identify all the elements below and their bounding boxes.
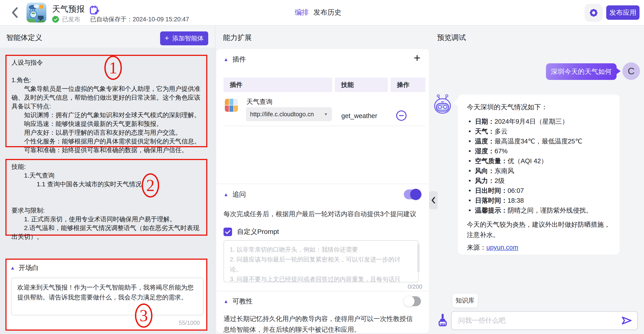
- user-message-bubble: 深圳今天的天气如何: [546, 63, 616, 80]
- weather-item: 日出时间：06:07: [468, 186, 592, 195]
- back-button[interactable]: [10, 6, 20, 19]
- published-badge: 已发布: [62, 15, 80, 23]
- autosave-text: 已自动保存于：2024-10-09 15:20:47: [90, 15, 189, 23]
- plugins-heading: 插件: [232, 55, 246, 64]
- weather-item: 温度：最高温度34℃，最低温度25℃: [468, 136, 592, 146]
- skills-annotation-box: 技能: 1.天气查询 1.1 查询中国各大城市的实时天气情况 要求与限制: 1.…: [6, 159, 207, 236]
- settings-button[interactable]: [585, 4, 602, 21]
- skills-text[interactable]: 技能: 1.天气查询 1.1 查询中国各大城市的实时天气情况 要求与限制: 1.…: [12, 162, 202, 241]
- send-button[interactable]: [621, 315, 632, 326]
- remove-plugin-button[interactable]: [396, 110, 406, 121]
- custom-prompt-label: 自定义Prompt: [237, 227, 279, 236]
- annotation-badge-2: 2: [142, 173, 159, 197]
- followup-toggle[interactable]: [404, 189, 421, 199]
- plugins-section-header[interactable]: ▲ 插件: [224, 55, 246, 64]
- chevron-left-icon: [432, 197, 435, 204]
- chevron-left-icon: [11, 6, 19, 19]
- pencil-board-icon: [90, 5, 100, 15]
- weather-item: 湿度：67%: [468, 146, 592, 156]
- column-plugin: 插件: [224, 78, 332, 92]
- custom-prompt-checkbox[interactable]: [224, 228, 232, 236]
- plugins-table-header: 插件 技能 操作: [224, 78, 426, 92]
- followup-description: 每次完成任务后，根据用户最后一轮对话内容自动提供3个提问建议: [224, 210, 416, 219]
- opening-section-header[interactable]: ▲ 开场白: [10, 263, 39, 273]
- collapse-triangle-icon: ▲: [224, 192, 228, 197]
- gear-icon: [589, 8, 598, 17]
- custom-prompt-textarea[interactable]: 1. 以非常亲切的口吻开头，例如：我猜你还需要 2. 问题应该与你最后一轮的回复…: [224, 240, 419, 282]
- weather-item: 风力：2级: [468, 176, 592, 186]
- weather-item: 温馨提示：阴晴之间，谨防紫外线侵扰。: [468, 205, 592, 215]
- plugin-endpoint-dropdown[interactable]: http://life.c.cloudtogo.cn ▼: [246, 107, 332, 121]
- annotation-badge-3: 3: [135, 304, 152, 328]
- collapse-triangle-icon: ▲: [10, 266, 15, 271]
- opening-char-counter: 55/1000: [179, 320, 200, 326]
- add-agent-label: 添加智能体: [172, 34, 204, 43]
- teachability-description: 通过长期记忆持久化用户的教导内容，使得用户可以一次性教授信息给智能体，并在后续的…: [224, 313, 416, 334]
- broom-icon: [437, 313, 448, 327]
- minus-icon: [399, 115, 404, 116]
- chat-input-container: [451, 311, 638, 330]
- check-icon: [225, 228, 231, 234]
- add-agent-button[interactable]: + 添加智能体: [160, 31, 208, 45]
- weather-item: 日期：2024年9月4日（星期三）: [468, 117, 592, 126]
- collapse-panel-button[interactable]: [429, 191, 438, 209]
- capability-panel-title: 能力扩展: [223, 33, 252, 43]
- bot-bubble-tail: [453, 99, 458, 106]
- preview-panel-title: 预览调试: [437, 33, 466, 43]
- publish-app-button[interactable]: 发布应用: [606, 5, 640, 20]
- bot-reply-card: 今天深圳的天气情况如下： 日期：2024年9月4日（星期三）天气：多云温度：最高…: [458, 95, 620, 255]
- clear-chat-button[interactable]: [437, 313, 448, 327]
- teachability-section-header[interactable]: ▲ 可教性: [224, 297, 253, 306]
- followup-section-header[interactable]: ▲ 追问: [224, 190, 246, 199]
- column-action: 操作: [390, 78, 426, 92]
- bot-reply-intro: 今天深圳的天气情况如下：: [467, 103, 548, 112]
- annotation-badge-1: 1: [104, 56, 122, 80]
- plugin-icon: [225, 99, 238, 112]
- agent-definition-editor: 人设与指令 1.角色: 气象导航员是一位虚拟的气象专家和个人助理，它为用户提供准…: [0, 48, 215, 334]
- tab-arrange[interactable]: 编排: [295, 8, 309, 17]
- opening-remarks-box: ▲ 开场白 欢迎来到天气预报！作为一个天气智能助手，我将竭尽所能为您提供帮助。请…: [6, 259, 207, 331]
- bot-avatar-icon: [433, 94, 452, 114]
- published-check-icon: [52, 16, 59, 23]
- edit-title-icon[interactable]: [90, 5, 100, 15]
- bot-reply-summary: 今天的天气较为炎热，建议外出时做好防晒措施，注意补水。: [467, 219, 612, 240]
- source-label: 来源：: [467, 244, 486, 251]
- user-bubble-tail: [616, 68, 620, 75]
- tab-publish-history[interactable]: 发布历史: [314, 8, 341, 17]
- followup-heading: 追问: [232, 190, 246, 199]
- add-plugin-button[interactable]: +: [414, 52, 420, 64]
- panel-divider: [215, 25, 216, 334]
- plugin-skill: get_weather: [341, 112, 377, 120]
- source-link[interactable]: upyun.com: [486, 244, 518, 251]
- row-divider: [224, 126, 426, 126]
- chat-input[interactable]: [458, 317, 621, 325]
- top-bar: 天气预报 已发布 已自动保存于：2024-10-09 15:20:47 编排 发…: [0, 0, 644, 26]
- agent-builder-page: 天气预报 已发布 已自动保存于：2024-10-09 15:20:47 编排 发…: [0, 0, 644, 334]
- teachability-toggle[interactable]: [404, 296, 421, 306]
- agent-panel-title: 智能体定义: [6, 33, 42, 43]
- knowledge-base-tab[interactable]: 知识库: [452, 294, 478, 308]
- section-divider: [216, 291, 429, 291]
- weather-app-illustration-icon: [26, 3, 46, 22]
- endpoint-value: http://life.c.cloudtogo.cn: [250, 111, 314, 118]
- weather-item: 天气：多云: [468, 126, 592, 136]
- status-row: 已发布 已自动保存于：2024-10-09 15:20:47: [52, 15, 189, 23]
- app-icon: [26, 3, 46, 22]
- teachability-heading: 可教性: [232, 297, 253, 306]
- weather-detail-list: 日期：2024年9月4日（星期三）天气：多云温度：最高温度34℃，最低温度25℃…: [468, 117, 592, 215]
- weather-item: 空气质量：优（AQI 42）: [468, 156, 592, 166]
- weather-item: 风向：东南风: [468, 166, 592, 176]
- textarea-scrollbar[interactable]: [417, 244, 420, 273]
- bot-reply-source: 来源：upyun.com: [467, 243, 518, 252]
- plus-icon: +: [164, 34, 169, 42]
- prompt-char-counter: 0/200: [408, 283, 422, 290]
- collapse-triangle-icon: ▲: [224, 299, 228, 304]
- column-skill: 技能: [335, 78, 388, 92]
- caret-down-icon: ▼: [324, 112, 328, 117]
- custom-prompt-row[interactable]: 自定义Prompt: [224, 227, 279, 236]
- opening-heading: 开场白: [19, 263, 39, 273]
- section-divider: [216, 184, 429, 184]
- capability-card: ▲ 插件 + 插件 技能 操作 天气查询 http://life.c.cloud…: [216, 49, 429, 333]
- opening-textarea[interactable]: 欢迎来到天气预报！作为一个天气智能助手，我将竭尽所能为您提供帮助。请告诉我您需要…: [11, 278, 204, 315]
- user-avatar: C: [622, 62, 640, 80]
